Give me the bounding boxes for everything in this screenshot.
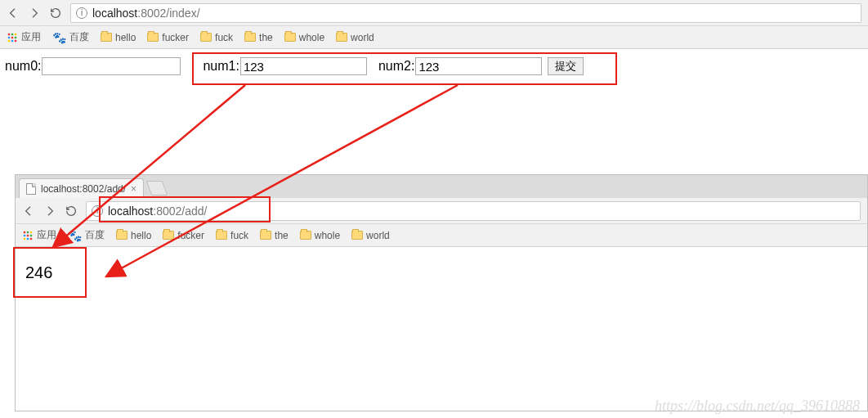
bookmark-item[interactable]: world <box>336 32 374 43</box>
submit-button[interactable]: 提交 <box>548 57 584 75</box>
site-info-icon[interactable]: i <box>92 205 103 217</box>
num1-label: num1: <box>203 59 239 74</box>
apps-icon <box>7 32 18 43</box>
bookmark-label: world <box>366 230 390 241</box>
url-text: localhost:8002/index/ <box>92 7 200 20</box>
folder-icon <box>284 33 296 42</box>
tab-add[interactable]: localhost:8002/add/ × <box>19 178 144 198</box>
watermark: https://blog.csdn.net/qq_39610888 <box>655 398 860 415</box>
bookmark-label: fucker <box>162 32 189 43</box>
reload-icon[interactable] <box>65 205 78 218</box>
browser-window-1: i localhost:8002/index/ 应用 🐾百度 hello fuc… <box>0 0 868 83</box>
nav-toolbar-2: i localhost:8002/add/ <box>16 198 867 224</box>
num2-input[interactable] <box>415 57 542 75</box>
bookmark-item[interactable]: hello <box>116 230 151 241</box>
apps-icon <box>22 230 34 241</box>
site-info-icon[interactable]: i <box>76 7 87 19</box>
folder-icon <box>116 231 128 240</box>
apps-button[interactable]: 应用 <box>22 228 56 242</box>
new-tab-button[interactable] <box>146 181 168 196</box>
bookmark-label: hello <box>131 230 151 241</box>
bookmark-label: fuck <box>230 230 248 241</box>
bookmark-label: fuck <box>215 32 233 43</box>
bookmark-baidu[interactable]: 🐾百度 <box>52 30 89 44</box>
bookmark-label: world <box>351 32 374 43</box>
folder-icon <box>163 231 174 240</box>
page-body-2: 246 <box>16 247 867 411</box>
address-bar-2[interactable]: i localhost:8002/add/ <box>86 201 861 221</box>
apps-label: 应用 <box>37 228 56 242</box>
url-text-2: localhost:8002/add/ <box>108 205 207 218</box>
bookmarks-bar: 应用 🐾百度 hello fucker fuck the whole world <box>0 26 868 49</box>
folder-icon <box>216 231 227 240</box>
num1-input[interactable] <box>240 57 367 75</box>
tab-title: localhost:8002/add/ <box>41 183 126 195</box>
bookmark-label: whole <box>315 230 340 241</box>
folder-icon <box>101 33 112 42</box>
apps-label: 应用 <box>21 30 41 44</box>
page-icon <box>26 183 36 195</box>
result-value: 246 <box>20 255 862 290</box>
bookmark-item[interactable]: world <box>351 230 390 241</box>
page-body-1: num0: num1: num2: 提交 <box>0 49 868 83</box>
folder-icon <box>300 231 311 240</box>
bookmark-baidu[interactable]: 🐾百度 <box>68 228 105 242</box>
bookmark-item[interactable]: the <box>244 32 273 43</box>
bookmark-item[interactable]: fuck <box>216 230 248 241</box>
back-icon[interactable] <box>22 205 35 218</box>
folder-icon <box>336 33 347 42</box>
back-icon[interactable] <box>7 7 20 20</box>
bookmark-item[interactable]: fucker <box>147 32 189 43</box>
forward-icon[interactable] <box>28 7 41 20</box>
bookmark-label: hello <box>115 32 136 43</box>
num0-label: num0: <box>5 59 41 74</box>
bookmark-label: the <box>259 32 273 43</box>
folder-icon <box>147 33 159 42</box>
num0-input[interactable] <box>42 57 181 75</box>
bookmark-label: whole <box>299 32 324 43</box>
folder-icon <box>351 231 363 240</box>
address-bar[interactable]: i localhost:8002/index/ <box>70 3 861 23</box>
apps-button[interactable]: 应用 <box>7 30 41 44</box>
paw-icon: 🐾 <box>52 31 66 44</box>
bookmark-label: 百度 <box>69 30 89 44</box>
bookmark-label: fucker <box>177 230 204 241</box>
bookmarks-bar-2: 应用 🐾百度 hello fucker fuck the whole world <box>16 224 867 247</box>
folder-icon <box>244 33 256 42</box>
bookmark-item[interactable]: the <box>260 230 289 241</box>
browser-window-2: localhost:8002/add/ × i localhost:8002/a… <box>15 174 868 411</box>
nav-toolbar: i localhost:8002/index/ <box>0 0 868 26</box>
folder-icon <box>200 33 212 42</box>
number-form: num0: num1: num2: 提交 <box>5 57 863 75</box>
bookmark-label: the <box>275 230 289 241</box>
forward-icon[interactable] <box>43 205 56 218</box>
tab-strip: localhost:8002/add/ × <box>16 175 867 198</box>
bookmark-item[interactable]: fuck <box>200 32 233 43</box>
num2-label: num2: <box>378 59 414 74</box>
bookmark-item[interactable]: fucker <box>163 230 204 241</box>
paw-icon: 🐾 <box>68 229 82 242</box>
folder-icon <box>260 231 271 240</box>
bookmark-item[interactable]: whole <box>300 230 340 241</box>
bookmark-label: 百度 <box>85 228 105 242</box>
close-icon[interactable]: × <box>131 183 136 195</box>
bookmark-item[interactable]: hello <box>101 32 136 43</box>
bookmark-item[interactable]: whole <box>284 32 324 43</box>
reload-icon[interactable] <box>49 7 62 20</box>
